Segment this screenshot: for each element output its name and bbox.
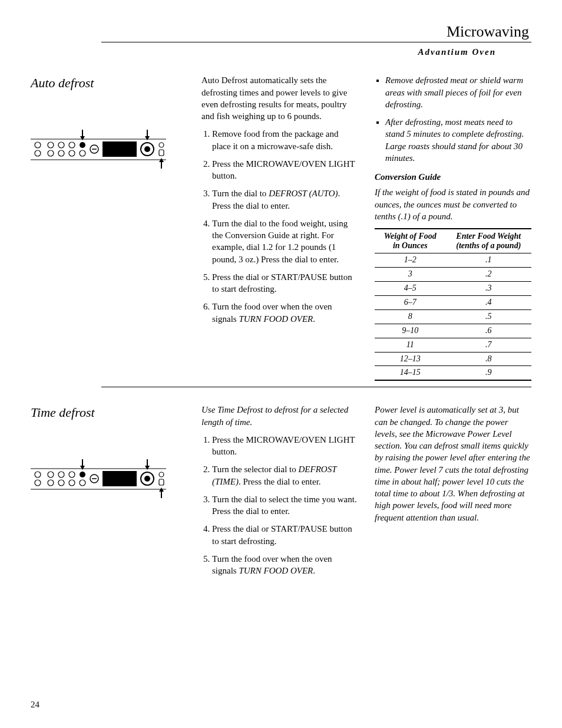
cell-ounces: 1–2: [375, 253, 446, 268]
conversion-guide-intro: If the weight of food is stated in pound…: [375, 186, 531, 222]
list-item: Press the dial or START/PAUSE button to …: [212, 523, 358, 547]
table-row: 6–7.4: [375, 295, 531, 309]
table-row: 8.5: [375, 309, 531, 324]
auto-defrost-section: Auto defrost Auto Defrost automatically …: [31, 74, 531, 381]
cell-tenths: .9: [446, 366, 531, 380]
control-panel-illustration: [31, 433, 166, 522]
step-list: Remove food from the package and place i…: [201, 128, 358, 325]
cell-tenths: .2: [446, 268, 531, 282]
page-title: Microwaving: [101, 21, 531, 42]
list-item: Press the dial or START/PAUSE button to …: [212, 271, 358, 295]
table-row: 12–13.8: [375, 352, 531, 366]
table-header-col2: Enter Food Weight(tenths of a pound): [446, 229, 531, 253]
page-subtitle: Advantium Oven: [101, 46, 531, 58]
tip-list: Remove defrosted meat or shield warm are…: [375, 74, 531, 164]
table-row: 3.2: [375, 268, 531, 282]
cell-ounces: 12–13: [375, 352, 446, 366]
list-item: Press the MICROWAVE/OVEN LIGHT button.: [212, 434, 358, 458]
time-defrost-section: Time defrost Use Time Defrost to defrost…: [31, 404, 531, 582]
list-item: Turn the dial to select the time you wan…: [212, 493, 358, 518]
conversion-guide-heading: Conversion Guide: [375, 171, 531, 183]
list-item: Press the MICROWAVE/OVEN LIGHT button.: [212, 158, 358, 182]
table-row: 11.7: [375, 338, 531, 352]
cell-ounces: 3: [375, 268, 446, 282]
cell-ounces: 6–7: [375, 295, 446, 309]
section-heading: Auto defrost: [31, 74, 196, 92]
intro-text: Auto Defrost automatically sets the defr…: [201, 74, 358, 122]
table-header-col1: Weight of Foodin Ounces: [375, 229, 446, 253]
cell-tenths: .4: [446, 295, 531, 309]
cell-tenths: .3: [446, 282, 531, 296]
page-header: Microwaving Advantium Oven: [101, 21, 531, 58]
cell-tenths: .7: [446, 338, 531, 352]
section-divider: [101, 387, 531, 387]
list-item: Turn the food over when the oven signals…: [212, 301, 358, 325]
cell-ounces: 11: [375, 338, 446, 352]
table-row: 9–10.6: [375, 324, 531, 338]
table-row: 14–15.9: [375, 366, 531, 380]
list-item: Turn the selector dial to DEFROST (TIME)…: [212, 463, 358, 487]
cell-ounces: 8: [375, 309, 446, 324]
intro-text: Use Time Defrost to defrost for a select…: [201, 404, 358, 428]
table-row: 4–5.3: [375, 282, 531, 296]
list-item: Turn the dial to DEFROST (AUTO). Press t…: [212, 187, 358, 212]
table-row: 1–2.1: [375, 253, 531, 268]
cell-tenths: .1: [446, 253, 531, 268]
cell-ounces: 14–15: [375, 366, 446, 380]
step-list: Press the MICROWAVE/OVEN LIGHT button.Tu…: [201, 434, 358, 577]
cell-ounces: 4–5: [375, 282, 446, 296]
cell-tenths: .5: [446, 309, 531, 324]
list-item: Remove food from the package and place i…: [212, 128, 358, 152]
control-panel-illustration: [31, 104, 166, 192]
list-item: After defrosting, most meats need to sta…: [385, 116, 531, 164]
cell-tenths: .6: [446, 324, 531, 338]
cell-tenths: .8: [446, 352, 531, 366]
cell-ounces: 9–10: [375, 324, 446, 338]
list-item: Turn the food over when the oven signals…: [212, 553, 358, 577]
section-heading: Time defrost: [31, 404, 196, 421]
power-level-note: Power level is automatically set at 3, b…: [375, 404, 531, 523]
conversion-table: Weight of Foodin Ounces Enter Food Weigh…: [375, 228, 531, 381]
list-item: Remove defrosted meat or shield warm are…: [385, 74, 531, 110]
list-item: Turn the dial to the food weight, using …: [212, 218, 358, 265]
